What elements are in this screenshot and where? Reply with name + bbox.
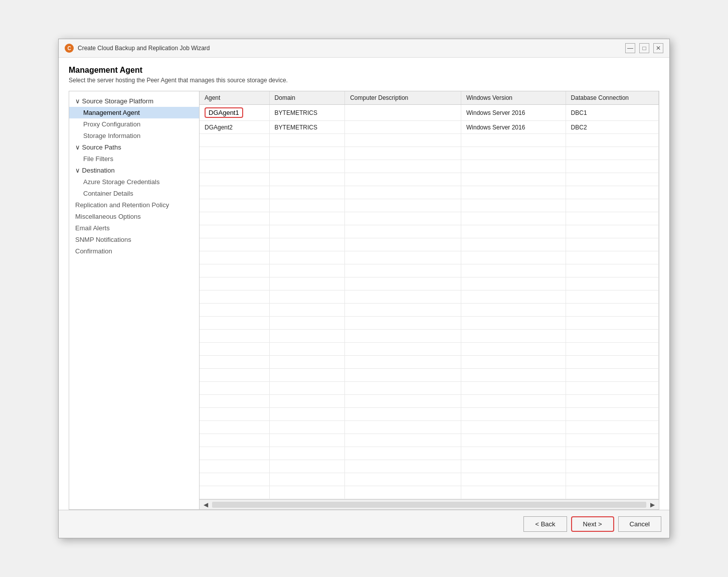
sidebar-item-source-paths[interactable]: ∨ Source Paths (69, 141, 199, 153)
table-row-empty (200, 356, 659, 369)
sidebar-item-container-details[interactable]: Container Details (69, 188, 199, 199)
horizontal-scrollbar[interactable]: ◀ ▶ (200, 499, 659, 509)
cell-empty-agent (200, 473, 269, 486)
cell-empty-dbconn (566, 277, 658, 291)
cell-empty-description (345, 421, 461, 434)
cell-empty-domain (269, 147, 345, 160)
cell-empty-agent (200, 264, 269, 277)
cell-empty-description (345, 147, 461, 160)
cell-empty-winver (461, 147, 566, 160)
cell-empty-dbconn (566, 395, 658, 408)
cell-empty-agent (200, 277, 269, 291)
table-row[interactable]: DGAgent1BYTEMETRICSWindows Server 2016DB… (200, 105, 659, 121)
table-row[interactable]: DGAgent2BYTEMETRICSWindows Server 2016DB… (200, 121, 659, 134)
cell-empty-agent (200, 317, 269, 330)
cell-empty-agent (200, 356, 269, 369)
cell-empty-domain (269, 473, 345, 486)
cell-empty-winver (461, 408, 566, 421)
scroll-left-button[interactable]: ◀ (202, 501, 210, 508)
cell-agent: DGAgent2 (200, 121, 269, 134)
cell-empty-domain (269, 304, 345, 317)
cell-empty-winver (461, 264, 566, 277)
cell-empty-dbconn (566, 147, 658, 160)
title-bar: C Create Cloud Backup and Replication Jo… (59, 39, 669, 58)
col-header-description: Computer Description (345, 91, 461, 105)
table-row-empty (200, 447, 659, 460)
sidebar-item-azure-storage-credentials[interactable]: Azure Storage Credentials (69, 176, 199, 188)
table-row-empty (200, 238, 659, 251)
app-icon: C (65, 44, 74, 53)
cell-empty-dbconn (566, 486, 658, 499)
cell-empty-agent (200, 186, 269, 199)
sidebar: ∨ Source Storage PlatformManagement Agen… (69, 91, 200, 509)
table-row-empty (200, 434, 659, 447)
close-button[interactable]: ✕ (653, 43, 663, 53)
next-button[interactable]: Next > (571, 516, 614, 532)
cell-empty-winver (461, 434, 566, 447)
cancel-button[interactable]: Cancel (618, 516, 661, 532)
table-row-empty (200, 330, 659, 343)
table-row-empty (200, 369, 659, 382)
back-button[interactable]: < Back (523, 516, 567, 532)
cell-empty-agent (200, 251, 269, 264)
cell-empty-description (345, 460, 461, 473)
cell-empty-domain (269, 447, 345, 460)
cell-empty-domain (269, 408, 345, 421)
cell-empty-dbconn (566, 212, 658, 225)
cell-empty-dbconn (566, 238, 658, 251)
table-body: DGAgent1BYTEMETRICSWindows Server 2016DB… (200, 105, 659, 499)
cell-empty-dbconn (566, 251, 658, 264)
cell-empty-winver (461, 447, 566, 460)
cell-empty-domain (269, 343, 345, 356)
table-row-empty (200, 408, 659, 421)
sidebar-item-replication-retention-policy[interactable]: Replication and Retention Policy (69, 199, 199, 211)
cell-empty-domain (269, 356, 345, 369)
cell-empty-agent (200, 421, 269, 434)
sidebar-item-proxy-configuration[interactable]: Proxy Configuration (69, 118, 199, 130)
table-header-row: Agent Domain Computer Description Window… (200, 91, 659, 105)
maximize-button[interactable]: □ (639, 43, 649, 53)
sidebar-item-miscellaneous-options[interactable]: Miscellaneous Options (69, 211, 199, 222)
cell-empty-agent (200, 225, 269, 238)
sidebar-item-management-agent[interactable]: Management Agent (69, 107, 199, 118)
minimize-button[interactable]: — (625, 43, 635, 53)
sidebar-item-confirmation[interactable]: Confirmation (69, 245, 199, 257)
content-area: Management Agent Select the server hosti… (59, 58, 669, 510)
cell-empty-dbconn (566, 264, 658, 277)
cell-empty-agent (200, 343, 269, 356)
cell-empty-domain (269, 277, 345, 291)
cell-empty-winver (461, 186, 566, 199)
cell-empty-winver (461, 486, 566, 499)
cell-empty-winver (461, 160, 566, 173)
sidebar-item-file-filters[interactable]: File Filters (69, 153, 199, 165)
cell-empty-winver (461, 173, 566, 186)
cell-empty-description (345, 238, 461, 251)
table-row-empty (200, 186, 659, 199)
cell-empty-winver (461, 225, 566, 238)
cell-empty-description (345, 212, 461, 225)
sidebar-item-destination[interactable]: ∨ Destination (69, 165, 199, 176)
cell-empty-winver (461, 369, 566, 382)
cell-domain: BYTEMETRICS (269, 121, 345, 134)
footer: < Back Next > Cancel (59, 510, 669, 538)
sidebar-item-email-alerts[interactable]: Email Alerts (69, 222, 199, 234)
cell-empty-domain (269, 186, 345, 199)
cell-empty-domain (269, 460, 345, 473)
cell-empty-agent (200, 369, 269, 382)
title-bar-controls: — □ ✕ (625, 43, 663, 53)
page-subtitle: Select the server hosting the Peer Agent… (69, 77, 659, 84)
cell-empty-agent (200, 291, 269, 304)
cell-empty-domain (269, 382, 345, 395)
cell-dbconn: DBC2 (566, 121, 658, 134)
cell-empty-domain (269, 225, 345, 238)
cell-empty-dbconn (566, 473, 658, 486)
scroll-track[interactable] (212, 502, 646, 508)
scroll-right-button[interactable]: ▶ (648, 501, 657, 508)
table-row-empty (200, 486, 659, 499)
sidebar-item-source-storage-platform[interactable]: ∨ Source Storage Platform (69, 95, 199, 107)
cell-empty-domain (269, 330, 345, 343)
sidebar-item-snmp-notifications[interactable]: SNMP Notifications (69, 234, 199, 245)
table-row-empty (200, 304, 659, 317)
sidebar-item-storage-information[interactable]: Storage Information (69, 130, 199, 141)
cell-empty-winver (461, 277, 566, 291)
